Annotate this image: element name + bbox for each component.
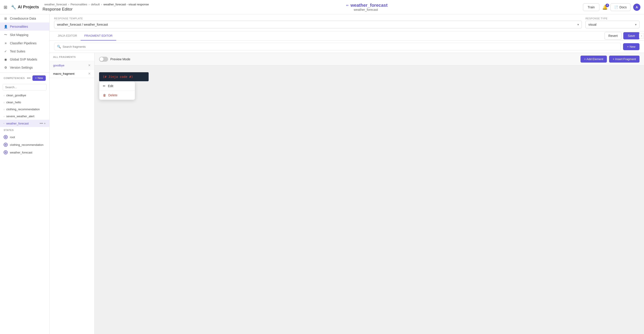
add-element-button[interactable]: + Add Element [580, 56, 607, 62]
tab-jinja-editor[interactable]: JINJA EDITOR [54, 31, 80, 40]
sidebar-nav-item-classifier[interactable]: ≡ Classifier Pipelines [0, 39, 49, 47]
state-icon [4, 143, 8, 147]
response-template-label: Response Template [54, 17, 582, 20]
states-header: STATES [0, 127, 49, 133]
sidebar-item-label: Personalities [10, 25, 28, 28]
chevron-down-icon: › [3, 123, 6, 124]
response-type-value: visual [588, 23, 633, 26]
fragment-close-goodbye[interactable]: ✕ [88, 63, 91, 67]
context-menu-edit[interactable]: ✏ Edit [99, 81, 135, 90]
competencies-dots-button[interactable]: ••• [27, 76, 30, 80]
collapse-panel-button[interactable]: ‹ [639, 33, 644, 38]
preview-toggle[interactable]: Preview Mode [99, 57, 130, 62]
save-button[interactable]: Save [623, 32, 640, 39]
tab-fragment-editor[interactable]: FRAGMENT EDITOR [80, 31, 116, 40]
nav-actions: Train 🔔 4 📄 Docs A [583, 3, 640, 11]
fragment-item-goodbye[interactable]: goodbye ✕ [50, 61, 94, 69]
notifications-button[interactable]: 🔔 4 [602, 4, 608, 10]
plus-icon: + [35, 76, 37, 80]
tree-item-add-button[interactable]: + [44, 122, 46, 125]
search-fragments-input[interactable] [62, 45, 618, 48]
fragment-close-macro[interactable]: ✕ [88, 72, 91, 75]
fragment-area: ALL FRAGMENTS goodbye ✕ macro_fragment ✕ [50, 53, 644, 334]
breadcrumb-item-1[interactable]: weather_forecast [44, 3, 67, 6]
revert-button[interactable]: Revert [604, 32, 622, 40]
avatar[interactable]: A [633, 3, 640, 11]
competencies-actions: ••• + New [27, 75, 46, 81]
chevron-right-icon: › [4, 115, 4, 118]
new-competency-button[interactable]: + New [32, 75, 46, 81]
project-header: ✏ weather_forecast [346, 3, 388, 8]
preview-mode-label: Preview Mode [110, 57, 130, 61]
canvas-body[interactable]: (# Jinja code #) ✏ Edit 🗑 Delete [94, 65, 644, 334]
edit-icon: ✏ [103, 84, 106, 88]
sidebar-item-label: Version Settings [10, 66, 33, 69]
new-fragment-button[interactable]: + New [623, 43, 640, 50]
search-fragments-bar: 🔍 + New [50, 40, 644, 53]
state-item-weather-forecast[interactable]: weather_forecast [0, 149, 49, 156]
wrench-icon: 🔧 [11, 5, 16, 10]
response-template-value: weather_forecast / weather_forecast [57, 23, 576, 26]
breadcrumb-item-3[interactable]: default [91, 3, 100, 6]
sidebar-nav-item-personalities[interactable]: 👤 Personalities [0, 22, 49, 31]
search-box [0, 83, 49, 92]
app-name: AI Projects [18, 5, 39, 9]
search-icon: 🔍 [57, 45, 61, 48]
sidebar-nav-item-test-suites[interactable]: ✓ Test Suites [0, 47, 49, 55]
chevron-right-icon: › [4, 101, 4, 104]
search-fragments-field[interactable]: 🔍 [54, 43, 621, 50]
jinja-code-text: (# Jinja code #) [103, 75, 133, 78]
context-menu: ✏ Edit 🗑 Delete [99, 81, 135, 100]
tree-item-weather-forecast[interactable]: › weather_forecast ••• + [0, 120, 49, 127]
docs-button[interactable]: 📄 Docs [610, 3, 630, 11]
sidebar-item-label: Test Suites [10, 49, 25, 53]
sidebar-nav-item-crowdsource[interactable]: ⊞ Crowdsource Data [0, 14, 49, 22]
topnav: ⊞ 🔧 AI Projects weather_forecast › Perso… [0, 0, 644, 14]
notif-badge: 4 [606, 3, 609, 7]
train-button[interactable]: Train [583, 3, 600, 11]
sidebar-nav-item-global-svp[interactable]: ◉ Global SVP Models [0, 55, 49, 63]
tree-item-severe-weather-alert[interactable]: › severe_weather_alert [0, 113, 49, 120]
fragment-item-macro[interactable]: macro_fragment ✕ [50, 69, 94, 78]
slot-mapping-icon: 〜 [4, 33, 8, 37]
tree-item-dots-button[interactable]: ••• [40, 122, 43, 125]
sidebar-nav-item-slot-mapping[interactable]: 〜 Slot Mapping [0, 31, 49, 39]
tree-item-clean-hello[interactable]: › clean_hello [0, 99, 49, 106]
preview-mode-toggle[interactable] [99, 57, 108, 62]
personalities-icon: 👤 [4, 25, 8, 28]
editor-canvas: Preview Mode + Add Element + Insert Frag… [94, 53, 644, 334]
global-svp-icon: ◉ [4, 58, 8, 61]
sidebar-nav-item-version[interactable]: ⚙ Version Settings [0, 63, 49, 71]
sidebar-item-label: Classifier Pipelines [10, 41, 36, 45]
docs-icon: 📄 [614, 5, 618, 9]
response-template-select[interactable]: weather_forecast / weather_forecast ▾ [54, 21, 582, 28]
insert-fragment-button[interactable]: + Insert Fragment [609, 56, 640, 62]
tree-item-clean-goodbye[interactable]: › clean_goodbye [0, 92, 49, 99]
sidebar-divider [0, 72, 49, 73]
sidebar-item-label: Global SVP Models [10, 58, 37, 61]
edit-icon[interactable]: ✏ [346, 3, 349, 7]
context-menu-delete[interactable]: 🗑 Delete [99, 91, 135, 100]
sidebar-item-label: Slot Mapping [10, 33, 28, 37]
jinja-code-block[interactable]: (# Jinja code #) [99, 72, 148, 81]
project-sub: weather_forecast [354, 8, 378, 11]
response-type-select[interactable]: visual ▾ [586, 21, 640, 28]
crowdsource-icon: ⊞ [4, 17, 8, 20]
apps-icon[interactable]: ⊞ [4, 4, 8, 10]
fragments-header: ALL FRAGMENTS [50, 53, 94, 61]
layout: ⊞ Crowdsource Data 👤 Personalities 〜 Slo… [0, 14, 644, 334]
classifier-icon: ≡ [4, 41, 8, 45]
breadcrumb-item-4: weather_forecast - visual response [103, 3, 149, 6]
response-type-label: Response Type [586, 17, 640, 20]
canvas-actions: + Add Element + Insert Fragment [580, 56, 640, 62]
competencies-label: COMPETENCIES [4, 77, 27, 79]
breadcrumb-item-2[interactable]: Personalities [70, 3, 87, 6]
dropdown-arrow-icon: ▾ [635, 23, 636, 26]
state-item-clothing-recommendation[interactable]: clothing_recommendation [0, 141, 49, 149]
tree-item-clothing-recommendation[interactable]: › clothing_recommendation [0, 106, 49, 113]
page-title: Response Editor [42, 7, 149, 12]
test-suites-icon: ✓ [4, 49, 8, 53]
state-item-root[interactable]: root [0, 133, 49, 141]
chevron-right-icon: › [4, 108, 4, 111]
competency-search-input[interactable] [3, 84, 46, 90]
